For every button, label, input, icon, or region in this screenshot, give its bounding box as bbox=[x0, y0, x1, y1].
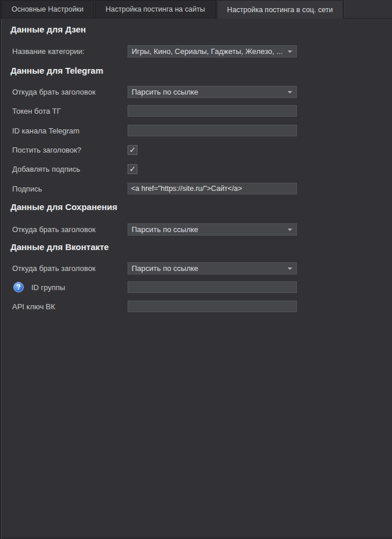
tg-bot-token-row: Токен бота ТГ bbox=[12, 105, 392, 117]
chevron-down-icon bbox=[288, 50, 292, 53]
help-icon[interactable]: ? bbox=[13, 282, 24, 292]
tg-channel-id-label: ID канала Telegram bbox=[12, 126, 128, 135]
tg-add-signature-checkbox[interactable]: ✓ bbox=[128, 164, 137, 174]
vk-api-key-row: API ключ ВК bbox=[12, 301, 392, 312]
tg-title-source-row: Откуда брать заголовок Парсить по ссылке bbox=[12, 86, 392, 98]
tg-title-source-label: Откуда брать заголовок bbox=[12, 88, 128, 96]
tg-post-title-row: Постить заголовок? ✓ bbox=[12, 145, 392, 155]
social-posting-panel: Данные для Дзен Название категории: Игры… bbox=[0, 19, 392, 539]
saving-title-source-label: Откуда брать заголовок bbox=[12, 225, 128, 234]
tg-add-signature-label: Добавлять подпись bbox=[12, 165, 128, 173]
chevron-down-icon bbox=[288, 267, 292, 270]
chevron-down-icon bbox=[288, 91, 292, 93]
tab-site-posting[interactable]: Настройка постинга на сайты bbox=[95, 0, 216, 18]
tg-post-title-checkbox[interactable]: ✓ bbox=[128, 145, 137, 155]
tg-signature-input[interactable] bbox=[128, 183, 297, 194]
vk-title-source-select[interactable]: Парсить по ссылке bbox=[128, 262, 297, 274]
dzen-category-selected-value: Игры, Кино, Сериалы, Гаджеты, Железо, ..… bbox=[132, 47, 282, 56]
vk-group-id-label-group: ? ID группы bbox=[12, 282, 128, 292]
tab-main-settings[interactable]: Основные Настройки bbox=[1, 0, 94, 18]
vk-group-id-label: ID группы bbox=[31, 283, 65, 292]
section-title-saving: Данные для Сохранения bbox=[10, 202, 392, 212]
tab-bar-corner bbox=[344, 0, 392, 18]
section-title-telegram: Данные для Telegram bbox=[10, 66, 392, 76]
saving-title-source-selected-value: Парсить по ссылке bbox=[132, 225, 198, 234]
tab-label: Основные Настройки bbox=[12, 5, 84, 13]
tg-bot-token-input[interactable] bbox=[128, 105, 297, 117]
vk-title-source-selected-value: Парсить по ссылке bbox=[132, 264, 198, 273]
tg-title-source-selected-value: Парсить по ссылке bbox=[132, 88, 198, 96]
saving-title-source-row: Откуда брать заголовок Парсить по ссылке bbox=[12, 223, 392, 236]
dzen-category-row: Название категории: Игры, Кино, Сериалы,… bbox=[12, 45, 392, 57]
tab-bar: Основные Настройки Настройка постинга на… bbox=[0, 0, 392, 19]
panel-left-border bbox=[1, 19, 2, 539]
dzen-category-label: Название категории: bbox=[12, 47, 128, 56]
chevron-down-icon bbox=[288, 229, 292, 231]
tg-channel-id-input[interactable] bbox=[128, 125, 297, 136]
tg-add-signature-row: Добавлять подпись ✓ bbox=[12, 164, 392, 174]
saving-title-source-select[interactable]: Парсить по ссылке bbox=[128, 223, 297, 236]
tab-label: Настройка постинга в соц. сети bbox=[227, 6, 333, 14]
vk-title-source-label: Откуда брать заголовок bbox=[12, 264, 128, 273]
section-title-dzen: Данные для Дзен bbox=[10, 24, 392, 35]
tab-social-posting[interactable]: Настройка постинга в соц. сети bbox=[217, 0, 343, 19]
checkmark-icon: ✓ bbox=[129, 165, 136, 173]
tg-signature-row: Подпись bbox=[12, 183, 392, 194]
vk-group-id-row: ? ID группы bbox=[12, 281, 392, 293]
vk-api-key-input[interactable] bbox=[128, 301, 297, 312]
tg-channel-id-row: ID канала Telegram bbox=[12, 125, 392, 136]
tg-title-source-select[interactable]: Парсить по ссылке bbox=[128, 86, 297, 98]
checkmark-icon: ✓ bbox=[129, 146, 136, 154]
tab-label: Настройка постинга на сайты bbox=[106, 5, 205, 13]
vk-group-id-input[interactable] bbox=[128, 281, 297, 293]
tg-bot-token-label: Токен бота ТГ bbox=[12, 107, 128, 115]
vk-title-source-row: Откуда брать заголовок Парсить по ссылке bbox=[12, 262, 392, 274]
tg-post-title-label: Постить заголовок? bbox=[12, 146, 128, 154]
vk-api-key-label: API ключ ВК bbox=[12, 302, 128, 311]
tg-signature-label: Подпись bbox=[12, 185, 128, 193]
section-title-vk: Данные для Вконтакте bbox=[10, 242, 392, 252]
dzen-category-select[interactable]: Игры, Кино, Сериалы, Гаджеты, Железо, ..… bbox=[128, 45, 297, 57]
